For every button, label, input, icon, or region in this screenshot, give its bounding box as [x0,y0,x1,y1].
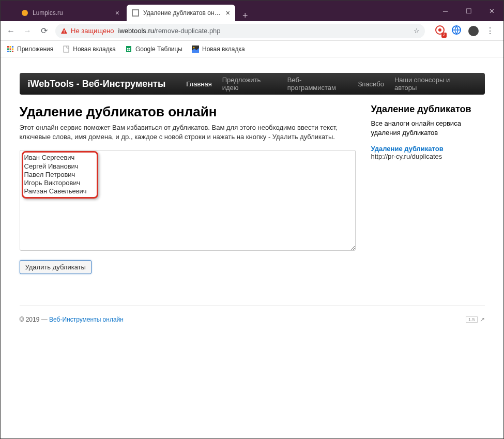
tab-title: Удаление дубликатов онлайн [143,9,222,17]
forward-button[interactable]: → [22,26,33,36]
duplicates-textarea[interactable] [20,150,356,251]
svg-rect-3 [64,30,64,32]
svg-rect-2 [133,10,138,16]
url-field[interactable]: Не защищено iwebtools.ru/remove-duplicat… [55,24,425,38]
menu-button[interactable]: ⋮ [486,26,494,36]
remove-duplicates-button[interactable]: Удалить дубликаты [20,260,91,274]
nav-link-devs[interactable]: Веб-программистам [282,76,353,92]
sidebar-url: http://pr-cy.ru/duplicates [371,153,485,160]
svg-rect-10 [12,46,13,48]
bookmark-item[interactable]: Новая вкладка [192,46,245,53]
svg-rect-16 [12,51,13,52]
close-icon[interactable]: × [226,9,230,17]
apps-label: Приложения [17,46,53,53]
site-favicon-icon [21,9,28,17]
nav-link-home[interactable]: Главная [181,80,217,88]
site-favicon-icon [132,9,139,17]
close-window-button[interactable]: ✕ [480,1,503,21]
bookmark-label: Новая вкладка [202,46,245,53]
browser-tab-active[interactable]: Удаление дубликатов онлайн × [127,5,235,21]
svg-point-6 [438,28,441,32]
page-title: Удаление дубликатов онлайн [20,104,356,120]
bookmark-item[interactable]: Новая вкладка [63,46,116,53]
sheets-icon [125,46,132,53]
image-icon [192,46,199,53]
page-footer: © 2019 — Веб-Инструменты онлайн 1.5 ↗ [20,305,485,323]
svg-rect-8 [7,46,9,48]
profile-avatar[interactable] [468,26,479,36]
copyright-prefix: © 2019 — [20,316,50,323]
extension-icon[interactable] [452,25,461,37]
bookmark-item[interactable]: Google Таблицы [125,46,182,53]
svg-rect-9 [10,46,11,48]
site-nav: iWebTools - Веб-Инструменты Главная Пред… [20,73,485,95]
star-icon[interactable]: ☆ [414,27,420,35]
share-icon[interactable]: ↗ [480,316,485,323]
svg-rect-4 [64,32,64,33]
nav-link-suggest[interactable]: Предложить идею [217,76,282,92]
sidebar-title: Удаление дубликатов [371,104,485,115]
maximize-button[interactable]: ☐ [457,1,480,21]
url-host: iwebtools.ru [118,27,154,35]
extension-icon[interactable] [435,25,445,37]
bookmark-label: Новая вкладка [73,46,116,53]
page-content: iWebTools - Веб-Инструменты Главная Пред… [1,57,503,339]
svg-point-0 [22,10,28,16]
browser-tab[interactable]: Lumpics.ru × [16,5,125,21]
page-icon [63,46,70,53]
version-badge: 1.5 [466,316,478,323]
back-button[interactable]: ← [6,26,16,36]
sidebar-column: Удаление дубликатов Все аналоги онлайн с… [371,104,485,274]
warning-icon [60,27,68,35]
new-tab-button[interactable]: + [237,10,253,21]
bookmark-label: Google Таблицы [135,46,182,53]
svg-rect-11 [7,48,9,50]
nav-link-sponsors[interactable]: Наши спонсоры и авторы [389,76,477,92]
nav-link-thanks[interactable]: $пасибо [353,80,389,88]
address-bar: ← → ⟳ Не защищено iwebtools.ru/remove-du… [1,21,503,41]
reload-button[interactable]: ⟳ [39,26,49,36]
url-path: /remove-duplicate.php [154,27,221,35]
not-secure-label: Не защищено [71,27,114,35]
apps-grid-icon [7,46,14,53]
apps-button[interactable]: Приложения [7,46,53,53]
svg-rect-17 [64,46,69,52]
close-icon[interactable]: × [115,9,119,17]
minimize-button[interactable]: ─ [434,1,457,21]
tab-title: Lumpics.ru [33,9,111,17]
svg-rect-12 [10,48,11,50]
bookmarks-bar: Приложения Новая вкладка Google Таблицы … [1,41,503,57]
main-column: Удаление дубликатов онлайн Этот онлайн с… [20,104,356,274]
browser-titlebar: Lumpics.ru × Удаление дубликатов онлайн … [1,1,503,21]
svg-rect-15 [10,51,11,52]
svg-rect-13 [12,48,13,50]
footer-counters: 1.5 ↗ [466,316,485,323]
site-brand[interactable]: iWebTools - Веб-Инструменты [28,79,166,89]
extension-icons: ⋮ [431,25,498,37]
footer-link[interactable]: Веб-Инструменты онлайн [49,316,124,323]
sidebar-link[interactable]: Удаление дубликатов [371,145,485,153]
sidebar-description: Все аналоги онлайн сервиса удаления дубл… [371,119,485,138]
svg-rect-14 [7,51,9,52]
svg-point-21 [193,47,194,48]
security-warning: Не защищено [60,27,114,35]
window-controls: ─ ☐ ✕ [434,1,503,21]
page-description: Этот онлайн сервис поможет Вам избавитьс… [20,123,356,142]
